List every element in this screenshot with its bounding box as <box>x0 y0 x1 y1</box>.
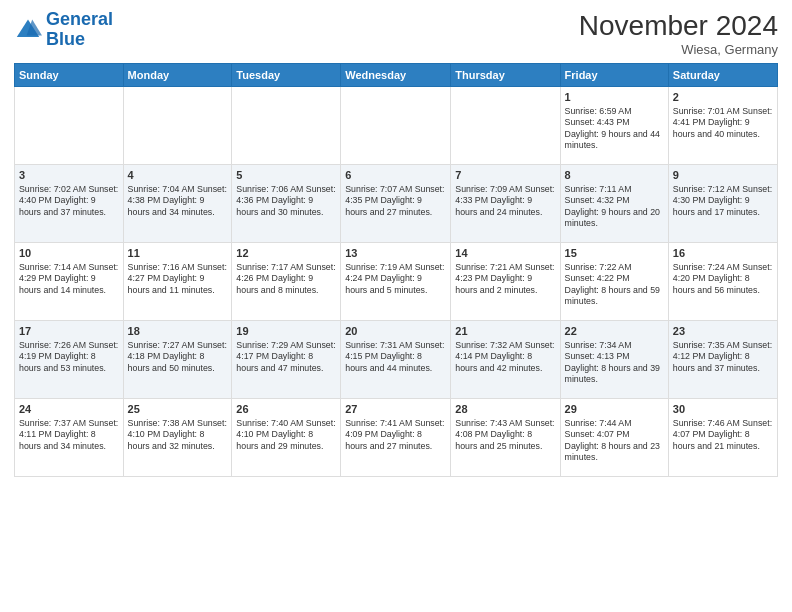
title-area: November 2024 Wiesa, Germany <box>579 10 778 57</box>
calendar-day-header: Wednesday <box>341 64 451 87</box>
calendar-week-row: 1Sunrise: 6:59 AM Sunset: 4:43 PM Daylig… <box>15 87 778 165</box>
calendar-day-cell: 3Sunrise: 7:02 AM Sunset: 4:40 PM Daylig… <box>15 165 124 243</box>
calendar-day-cell: 12Sunrise: 7:17 AM Sunset: 4:26 PM Dayli… <box>232 243 341 321</box>
calendar-week-row: 3Sunrise: 7:02 AM Sunset: 4:40 PM Daylig… <box>15 165 778 243</box>
day-info: Sunrise: 7:11 AM Sunset: 4:32 PM Dayligh… <box>565 184 664 230</box>
calendar-day-cell: 27Sunrise: 7:41 AM Sunset: 4:09 PM Dayli… <box>341 399 451 477</box>
day-number: 16 <box>673 246 773 261</box>
calendar-day-cell: 19Sunrise: 7:29 AM Sunset: 4:17 PM Dayli… <box>232 321 341 399</box>
day-info: Sunrise: 7:38 AM Sunset: 4:10 PM Dayligh… <box>128 418 228 452</box>
day-number: 18 <box>128 324 228 339</box>
day-info: Sunrise: 7:32 AM Sunset: 4:14 PM Dayligh… <box>455 340 555 374</box>
day-number: 6 <box>345 168 446 183</box>
logo-line2: Blue <box>46 29 85 49</box>
calendar-day-cell: 22Sunrise: 7:34 AM Sunset: 4:13 PM Dayli… <box>560 321 668 399</box>
day-info: Sunrise: 7:37 AM Sunset: 4:11 PM Dayligh… <box>19 418 119 452</box>
day-number: 1 <box>565 90 664 105</box>
day-info: Sunrise: 7:40 AM Sunset: 4:10 PM Dayligh… <box>236 418 336 452</box>
day-number: 20 <box>345 324 446 339</box>
day-info: Sunrise: 7:12 AM Sunset: 4:30 PM Dayligh… <box>673 184 773 218</box>
location: Wiesa, Germany <box>579 42 778 57</box>
day-info: Sunrise: 7:34 AM Sunset: 4:13 PM Dayligh… <box>565 340 664 386</box>
month-title: November 2024 <box>579 10 778 42</box>
calendar-day-cell: 8Sunrise: 7:11 AM Sunset: 4:32 PM Daylig… <box>560 165 668 243</box>
calendar-day-cell: 18Sunrise: 7:27 AM Sunset: 4:18 PM Dayli… <box>123 321 232 399</box>
day-info: Sunrise: 7:29 AM Sunset: 4:17 PM Dayligh… <box>236 340 336 374</box>
day-info: Sunrise: 7:26 AM Sunset: 4:19 PM Dayligh… <box>19 340 119 374</box>
calendar-day-cell: 4Sunrise: 7:04 AM Sunset: 4:38 PM Daylig… <box>123 165 232 243</box>
calendar-table: SundayMondayTuesdayWednesdayThursdayFrid… <box>14 63 778 477</box>
logo-line1: General <box>46 9 113 29</box>
calendar-day-cell: 21Sunrise: 7:32 AM Sunset: 4:14 PM Dayli… <box>451 321 560 399</box>
calendar-day-header: Friday <box>560 64 668 87</box>
day-number: 28 <box>455 402 555 417</box>
calendar-day-cell: 14Sunrise: 7:21 AM Sunset: 4:23 PM Dayli… <box>451 243 560 321</box>
day-number: 13 <box>345 246 446 261</box>
day-info: Sunrise: 7:24 AM Sunset: 4:20 PM Dayligh… <box>673 262 773 296</box>
day-number: 21 <box>455 324 555 339</box>
day-number: 15 <box>565 246 664 261</box>
day-info: Sunrise: 7:31 AM Sunset: 4:15 PM Dayligh… <box>345 340 446 374</box>
calendar-day-cell: 26Sunrise: 7:40 AM Sunset: 4:10 PM Dayli… <box>232 399 341 477</box>
calendar-day-cell: 28Sunrise: 7:43 AM Sunset: 4:08 PM Dayli… <box>451 399 560 477</box>
calendar-day-header: Saturday <box>668 64 777 87</box>
calendar-day-cell <box>15 87 124 165</box>
day-number: 14 <box>455 246 555 261</box>
day-number: 19 <box>236 324 336 339</box>
day-number: 12 <box>236 246 336 261</box>
calendar-day-cell: 20Sunrise: 7:31 AM Sunset: 4:15 PM Dayli… <box>341 321 451 399</box>
calendar-day-cell: 11Sunrise: 7:16 AM Sunset: 4:27 PM Dayli… <box>123 243 232 321</box>
calendar-day-cell: 24Sunrise: 7:37 AM Sunset: 4:11 PM Dayli… <box>15 399 124 477</box>
day-number: 8 <box>565 168 664 183</box>
calendar-day-cell: 16Sunrise: 7:24 AM Sunset: 4:20 PM Dayli… <box>668 243 777 321</box>
calendar-day-cell: 15Sunrise: 7:22 AM Sunset: 4:22 PM Dayli… <box>560 243 668 321</box>
calendar-day-header: Monday <box>123 64 232 87</box>
calendar-day-cell: 2Sunrise: 7:01 AM Sunset: 4:41 PM Daylig… <box>668 87 777 165</box>
day-number: 24 <box>19 402 119 417</box>
day-number: 22 <box>565 324 664 339</box>
day-number: 5 <box>236 168 336 183</box>
day-info: Sunrise: 7:17 AM Sunset: 4:26 PM Dayligh… <box>236 262 336 296</box>
calendar-day-cell <box>341 87 451 165</box>
calendar-day-cell: 6Sunrise: 7:07 AM Sunset: 4:35 PM Daylig… <box>341 165 451 243</box>
logo-text: General Blue <box>46 10 113 50</box>
calendar-day-cell: 7Sunrise: 7:09 AM Sunset: 4:33 PM Daylig… <box>451 165 560 243</box>
calendar-day-cell: 17Sunrise: 7:26 AM Sunset: 4:19 PM Dayli… <box>15 321 124 399</box>
day-info: Sunrise: 7:04 AM Sunset: 4:38 PM Dayligh… <box>128 184 228 218</box>
day-number: 25 <box>128 402 228 417</box>
day-info: Sunrise: 7:35 AM Sunset: 4:12 PM Dayligh… <box>673 340 773 374</box>
calendar-day-cell <box>451 87 560 165</box>
logo: General Blue <box>14 10 113 50</box>
page-container: General Blue November 2024 Wiesa, German… <box>0 0 792 612</box>
day-number: 17 <box>19 324 119 339</box>
calendar-day-cell: 25Sunrise: 7:38 AM Sunset: 4:10 PM Dayli… <box>123 399 232 477</box>
day-info: Sunrise: 7:44 AM Sunset: 4:07 PM Dayligh… <box>565 418 664 464</box>
day-info: Sunrise: 7:16 AM Sunset: 4:27 PM Dayligh… <box>128 262 228 296</box>
calendar-day-cell: 13Sunrise: 7:19 AM Sunset: 4:24 PM Dayli… <box>341 243 451 321</box>
calendar-day-header: Sunday <box>15 64 124 87</box>
calendar-week-row: 24Sunrise: 7:37 AM Sunset: 4:11 PM Dayli… <box>15 399 778 477</box>
day-number: 9 <box>673 168 773 183</box>
day-number: 11 <box>128 246 228 261</box>
calendar-header-row: SundayMondayTuesdayWednesdayThursdayFrid… <box>15 64 778 87</box>
day-info: Sunrise: 7:46 AM Sunset: 4:07 PM Dayligh… <box>673 418 773 452</box>
day-info: Sunrise: 7:22 AM Sunset: 4:22 PM Dayligh… <box>565 262 664 308</box>
day-info: Sunrise: 7:09 AM Sunset: 4:33 PM Dayligh… <box>455 184 555 218</box>
calendar-day-cell: 29Sunrise: 7:44 AM Sunset: 4:07 PM Dayli… <box>560 399 668 477</box>
calendar-day-cell: 10Sunrise: 7:14 AM Sunset: 4:29 PM Dayli… <box>15 243 124 321</box>
day-number: 3 <box>19 168 119 183</box>
day-number: 30 <box>673 402 773 417</box>
calendar-day-header: Thursday <box>451 64 560 87</box>
day-number: 29 <box>565 402 664 417</box>
day-info: Sunrise: 7:43 AM Sunset: 4:08 PM Dayligh… <box>455 418 555 452</box>
day-info: Sunrise: 7:14 AM Sunset: 4:29 PM Dayligh… <box>19 262 119 296</box>
page-header: General Blue November 2024 Wiesa, German… <box>14 10 778 57</box>
calendar-day-cell: 30Sunrise: 7:46 AM Sunset: 4:07 PM Dayli… <box>668 399 777 477</box>
day-number: 27 <box>345 402 446 417</box>
day-number: 2 <box>673 90 773 105</box>
calendar-day-cell: 9Sunrise: 7:12 AM Sunset: 4:30 PM Daylig… <box>668 165 777 243</box>
day-number: 10 <box>19 246 119 261</box>
calendar-day-cell <box>123 87 232 165</box>
day-info: Sunrise: 7:21 AM Sunset: 4:23 PM Dayligh… <box>455 262 555 296</box>
calendar-day-header: Tuesday <box>232 64 341 87</box>
